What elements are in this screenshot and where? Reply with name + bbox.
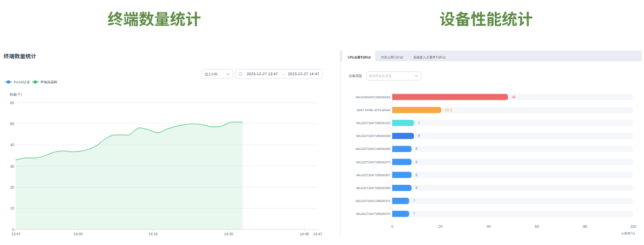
svg-text:20.3: 20.3: [445, 108, 452, 112]
svg-text:0: 0: [391, 225, 393, 228]
svg-text:8: 8: [415, 147, 418, 150]
svg-text:7: 7: [413, 212, 415, 215]
svg-text:7: 7: [413, 199, 415, 203]
svg-text:14:45: 14:45: [299, 232, 309, 236]
svg-text:WL022710K725000470: WL022710K725000470: [356, 212, 391, 215]
svg-text:48: 48: [512, 95, 516, 99]
svg-text:WL022710K725000272: WL022710K725000272: [356, 161, 391, 164]
svg-text:0: 0: [12, 228, 14, 232]
svg-text:WL022710K725000307: WL022710K725000307: [356, 174, 391, 177]
svg-text:WL022710K725000369: WL022710K725000369: [356, 186, 391, 190]
svg-text:8: 8: [415, 173, 418, 177]
svg-text:50: 50: [10, 122, 14, 126]
svg-text:-: -: [283, 72, 284, 76]
svg-text:WL022710KC18000372: WL022710KC18000372: [356, 199, 391, 203]
svg-text:40: 40: [487, 225, 491, 228]
svg-text:14:47: 14:47: [313, 232, 322, 236]
svg-text:WL023610KC06000043: WL023610KC06000043: [356, 96, 391, 99]
svg-text:14:15: 14:15: [148, 232, 157, 236]
svg-text:9: 9: [418, 121, 420, 125]
svg-text:WL022710KC18000280: WL022710KC18000280: [356, 147, 391, 150]
svg-text:9: 9: [418, 134, 420, 138]
svg-text:80: 80: [583, 225, 587, 228]
svg-text:20: 20: [10, 185, 14, 189]
svg-text:2023-12-27 14:47: 2023-12-27 14:47: [288, 72, 319, 76]
svg-text:13:47: 13:47: [11, 232, 20, 236]
svg-text:14:30: 14:30: [224, 232, 233, 236]
svg-text:40: 40: [10, 143, 14, 147]
svg-text:8: 8: [415, 160, 418, 164]
svg-text:10: 10: [10, 206, 14, 210]
svg-text:60: 60: [10, 101, 14, 105]
svg-text:6047-FF96-1070-EF0A: 6047-FF96-1070-EF0A: [357, 109, 391, 112]
svg-text:14:00: 14:00: [74, 232, 83, 236]
svg-text:WL022710K725000409: WL022710K725000409: [356, 134, 391, 138]
svg-text:100: 100: [630, 225, 636, 228]
svg-text:2023-12-27 13:47: 2023-12-27 13:47: [247, 72, 278, 76]
svg-text:8: 8: [415, 186, 418, 190]
svg-text:60: 60: [535, 225, 539, 228]
svg-text:WL022710K725000102: WL022710K725000102: [356, 121, 391, 125]
svg-text:20: 20: [438, 225, 443, 228]
svg-text:30: 30: [10, 164, 14, 168]
